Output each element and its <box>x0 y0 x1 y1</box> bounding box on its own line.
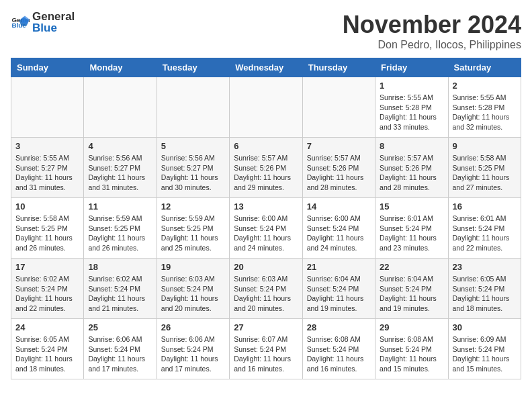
svg-text:Blue: Blue <box>11 21 26 29</box>
day-number: 1 <box>380 81 443 91</box>
day-number: 17 <box>15 262 79 272</box>
day-info: Sunrise: 6:00 AM Sunset: 5:24 PM Dayligh… <box>307 214 371 253</box>
day-info: Sunrise: 5:55 AM Sunset: 5:27 PM Dayligh… <box>15 153 79 193</box>
day-info: Sunrise: 6:03 AM Sunset: 5:24 PM Dayligh… <box>161 274 225 314</box>
calendar-cell <box>157 77 229 138</box>
day-info: Sunrise: 6:07 AM Sunset: 5:24 PM Dayligh… <box>234 334 298 374</box>
day-info: Sunrise: 6:08 AM Sunset: 5:24 PM Dayligh… <box>380 334 443 374</box>
calendar-cell <box>84 77 157 138</box>
day-number: 16 <box>453 201 517 212</box>
day-number: 19 <box>161 262 225 272</box>
logo-blue-text: Blue <box>32 22 75 35</box>
day-number: 24 <box>15 322 79 332</box>
day-number: 9 <box>453 141 517 151</box>
day-info: Sunrise: 5:57 AM Sunset: 5:26 PM Dayligh… <box>380 153 443 193</box>
day-number: 14 <box>307 201 371 212</box>
calendar-cell <box>302 77 375 138</box>
calendar-cell: 9Sunrise: 5:58 AM Sunset: 5:25 PM Daylig… <box>448 138 521 198</box>
day-info: Sunrise: 5:58 AM Sunset: 5:25 PM Dayligh… <box>453 153 517 193</box>
calendar-cell: 12Sunrise: 5:59 AM Sunset: 5:25 PM Dayli… <box>157 198 229 259</box>
day-number: 10 <box>15 201 79 212</box>
logo: General Blue General Blue <box>11 11 75 34</box>
day-number: 27 <box>234 322 298 332</box>
title-area: November 2024 Don Pedro, Ilocos, Philipp… <box>343 11 521 51</box>
day-info: Sunrise: 6:03 AM Sunset: 5:24 PM Dayligh… <box>234 274 298 314</box>
calendar-cell: 11Sunrise: 5:59 AM Sunset: 5:25 PM Dayli… <box>84 198 157 259</box>
calendar-cell: 13Sunrise: 6:00 AM Sunset: 5:24 PM Dayli… <box>230 198 302 259</box>
calendar-cell: 2Sunrise: 5:55 AM Sunset: 5:28 PM Daylig… <box>448 77 521 138</box>
calendar-cell: 24Sunrise: 6:05 AM Sunset: 5:24 PM Dayli… <box>11 319 84 379</box>
calendar-cell: 14Sunrise: 6:00 AM Sunset: 5:24 PM Dayli… <box>302 198 375 259</box>
calendar-cell: 21Sunrise: 6:04 AM Sunset: 5:24 PM Dayli… <box>302 259 375 319</box>
day-info: Sunrise: 6:04 AM Sunset: 5:24 PM Dayligh… <box>307 274 371 314</box>
day-info: Sunrise: 6:00 AM Sunset: 5:24 PM Dayligh… <box>234 214 298 253</box>
day-info: Sunrise: 6:01 AM Sunset: 5:24 PM Dayligh… <box>453 214 517 253</box>
day-number: 23 <box>453 262 517 272</box>
calendar-cell: 16Sunrise: 6:01 AM Sunset: 5:24 PM Dayli… <box>448 198 521 259</box>
day-number: 29 <box>380 322 443 332</box>
weekday-header-monday: Monday <box>84 58 157 77</box>
day-number: 30 <box>453 322 517 332</box>
header: General Blue General Blue November 2024 … <box>11 11 521 51</box>
day-info: Sunrise: 6:05 AM Sunset: 5:24 PM Dayligh… <box>15 334 79 374</box>
day-info: Sunrise: 6:02 AM Sunset: 5:24 PM Dayligh… <box>88 274 152 314</box>
day-number: 25 <box>88 322 152 332</box>
weekday-header-sunday: Sunday <box>11 58 84 77</box>
day-info: Sunrise: 6:06 AM Sunset: 5:24 PM Dayligh… <box>161 334 225 374</box>
day-info: Sunrise: 6:05 AM Sunset: 5:24 PM Dayligh… <box>453 274 517 314</box>
day-info: Sunrise: 5:57 AM Sunset: 5:26 PM Dayligh… <box>234 153 298 193</box>
calendar-cell: 23Sunrise: 6:05 AM Sunset: 5:24 PM Dayli… <box>448 259 521 319</box>
day-number: 20 <box>234 262 298 272</box>
day-info: Sunrise: 5:57 AM Sunset: 5:26 PM Dayligh… <box>307 153 371 193</box>
day-number: 13 <box>234 201 298 212</box>
day-info: Sunrise: 5:55 AM Sunset: 5:28 PM Dayligh… <box>380 93 443 132</box>
day-info: Sunrise: 5:58 AM Sunset: 5:25 PM Dayligh… <box>15 214 79 253</box>
month-title: November 2024 <box>343 11 521 39</box>
calendar-cell: 28Sunrise: 6:08 AM Sunset: 5:24 PM Dayli… <box>302 319 375 379</box>
calendar-cell: 18Sunrise: 6:02 AM Sunset: 5:24 PM Dayli… <box>84 259 157 319</box>
day-info: Sunrise: 6:01 AM Sunset: 5:24 PM Dayligh… <box>380 214 443 253</box>
calendar-cell: 5Sunrise: 5:56 AM Sunset: 5:27 PM Daylig… <box>157 138 229 198</box>
calendar-cell: 17Sunrise: 6:02 AM Sunset: 5:24 PM Dayli… <box>11 259 84 319</box>
day-number: 3 <box>15 141 79 151</box>
day-info: Sunrise: 5:59 AM Sunset: 5:25 PM Dayligh… <box>88 214 152 253</box>
calendar-cell <box>230 77 302 138</box>
day-number: 26 <box>161 322 225 332</box>
calendar-cell: 19Sunrise: 6:03 AM Sunset: 5:24 PM Dayli… <box>157 259 229 319</box>
day-info: Sunrise: 6:04 AM Sunset: 5:24 PM Dayligh… <box>380 274 443 314</box>
day-number: 11 <box>88 201 152 212</box>
calendar-cell: 3Sunrise: 5:55 AM Sunset: 5:27 PM Daylig… <box>11 138 84 198</box>
day-number: 28 <box>307 322 371 332</box>
calendar-cell: 27Sunrise: 6:07 AM Sunset: 5:24 PM Dayli… <box>230 319 302 379</box>
calendar-cell: 4Sunrise: 5:56 AM Sunset: 5:27 PM Daylig… <box>84 138 157 198</box>
calendar-cell: 30Sunrise: 6:09 AM Sunset: 5:24 PM Dayli… <box>448 319 521 379</box>
day-number: 5 <box>161 141 225 151</box>
day-number: 8 <box>380 141 443 151</box>
day-info: Sunrise: 5:56 AM Sunset: 5:27 PM Dayligh… <box>88 153 152 193</box>
calendar-cell: 1Sunrise: 5:55 AM Sunset: 5:28 PM Daylig… <box>375 77 448 138</box>
day-info: Sunrise: 6:08 AM Sunset: 5:24 PM Dayligh… <box>307 334 371 374</box>
day-number: 6 <box>234 141 298 151</box>
calendar-table: SundayMondayTuesdayWednesdayThursdayFrid… <box>11 58 521 379</box>
calendar-cell: 20Sunrise: 6:03 AM Sunset: 5:24 PM Dayli… <box>230 259 302 319</box>
day-info: Sunrise: 6:02 AM Sunset: 5:24 PM Dayligh… <box>15 274 79 314</box>
calendar-cell: 7Sunrise: 5:57 AM Sunset: 5:26 PM Daylig… <box>302 138 375 198</box>
day-number: 21 <box>307 262 371 272</box>
calendar-cell: 10Sunrise: 5:58 AM Sunset: 5:25 PM Dayli… <box>11 198 84 259</box>
weekday-header-saturday: Saturday <box>448 58 521 77</box>
weekday-header-tuesday: Tuesday <box>157 58 229 77</box>
day-number: 2 <box>453 81 517 91</box>
day-info: Sunrise: 5:59 AM Sunset: 5:25 PM Dayligh… <box>161 214 225 253</box>
calendar-cell <box>11 77 84 138</box>
day-number: 12 <box>161 201 225 212</box>
location-subtitle: Don Pedro, Ilocos, Philippines <box>343 39 521 51</box>
day-info: Sunrise: 5:56 AM Sunset: 5:27 PM Dayligh… <box>161 153 225 193</box>
calendar-cell: 22Sunrise: 6:04 AM Sunset: 5:24 PM Dayli… <box>375 259 448 319</box>
calendar-cell: 15Sunrise: 6:01 AM Sunset: 5:24 PM Dayli… <box>375 198 448 259</box>
weekday-header-friday: Friday <box>375 58 448 77</box>
calendar-cell: 26Sunrise: 6:06 AM Sunset: 5:24 PM Dayli… <box>157 319 229 379</box>
weekday-header-wednesday: Wednesday <box>230 58 302 77</box>
calendar-cell: 25Sunrise: 6:06 AM Sunset: 5:24 PM Dayli… <box>84 319 157 379</box>
calendar-cell: 6Sunrise: 5:57 AM Sunset: 5:26 PM Daylig… <box>230 138 302 198</box>
calendar-cell: 29Sunrise: 6:08 AM Sunset: 5:24 PM Dayli… <box>375 319 448 379</box>
